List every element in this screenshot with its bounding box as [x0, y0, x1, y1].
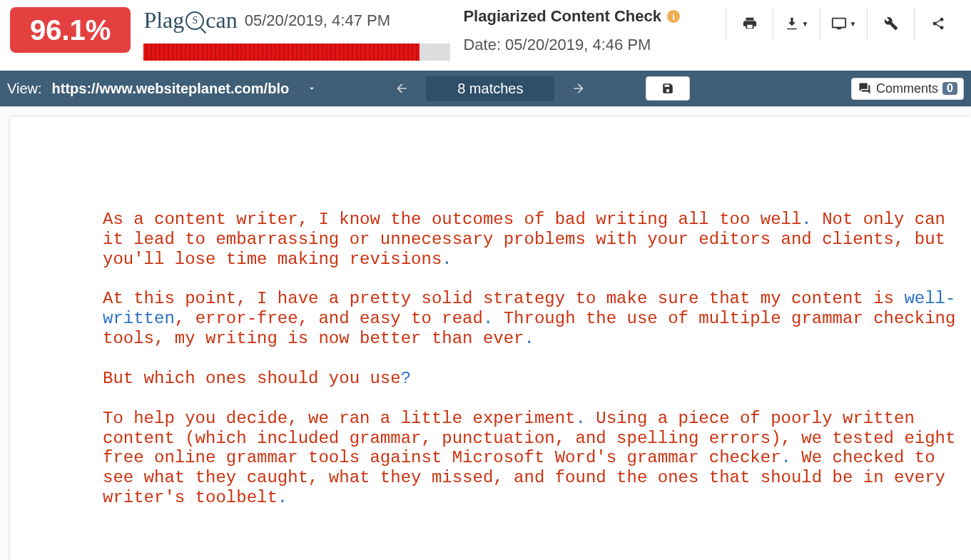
logo-progress-block: Plag S can 05/20/2019, 4:47 PM	[143, 7, 450, 61]
arrow-left-icon	[395, 81, 409, 96]
comments-count-badge: 0	[942, 82, 957, 95]
view-toolbar: View: https://www.websiteplanet.com/blo …	[0, 71, 971, 106]
comments-label: Comments	[876, 81, 938, 96]
header-row: 96.1% Plag S can 05/20/2019, 4:47 PM Pla…	[0, 0, 971, 71]
wrench-icon	[884, 16, 898, 31]
display-button[interactable]: ▼	[820, 7, 867, 40]
view-label: View:	[7, 81, 42, 97]
period: .	[801, 210, 811, 229]
paragraph-4: To help you decide, we ran a little expe…	[103, 409, 965, 508]
monitor-icon	[831, 16, 847, 31]
progress-bar	[143, 44, 450, 61]
period: .	[524, 329, 534, 348]
save-icon	[661, 82, 674, 95]
share-icon	[931, 16, 945, 31]
view-url: https://www.websiteplanet.com/blo	[52, 81, 290, 97]
icon-toolbar: ▼ ▼	[726, 7, 961, 40]
caret-down-icon: ▼	[802, 20, 809, 28]
paragraph-2: At this point, I have a pretty solid str…	[103, 289, 965, 348]
question-mark: ?	[401, 369, 411, 388]
title-block: Plagiarized Content Check i Date: 05/20/…	[463, 7, 713, 54]
header-timestamp: 05/20/2019, 4:47 PM	[245, 11, 390, 30]
comments-button[interactable]: Comments 0	[851, 78, 964, 100]
document-title: Plagiarized Content Check	[463, 7, 661, 26]
period: .	[781, 448, 791, 467]
document-page: As a content writer, I know the outcomes…	[10, 117, 971, 560]
caret-down-icon: ▼	[850, 20, 857, 28]
paragraph-1: As a content writer, I know the outcomes…	[103, 210, 965, 269]
download-icon	[785, 16, 799, 31]
next-match-button[interactable]	[564, 75, 593, 102]
document-container: As a content writer, I know the outcomes…	[0, 106, 971, 560]
print-button[interactable]	[726, 7, 773, 40]
comments-icon	[858, 82, 872, 95]
period: .	[442, 250, 452, 269]
document-date: Date: 05/20/2019, 4:46 PM	[463, 36, 713, 54]
progress-fill	[143, 44, 420, 61]
plagscan-logo: Plag S can	[143, 7, 237, 34]
magnifier-icon: S	[185, 11, 204, 30]
save-button[interactable]	[646, 76, 690, 101]
period: .	[576, 409, 586, 428]
url-dropdown-toggle[interactable]	[299, 83, 325, 93]
plagiarism-percentage: 96.1%	[10, 7, 131, 53]
info-icon[interactable]: i	[667, 10, 680, 23]
paragraph-3: But which ones should you use?	[103, 369, 965, 389]
period: .	[483, 309, 493, 328]
logo-prefix: Plag	[143, 7, 184, 34]
settings-button[interactable]	[867, 7, 914, 40]
period: .	[278, 488, 288, 507]
download-button[interactable]: ▼	[773, 7, 820, 40]
arrow-right-icon	[571, 81, 586, 96]
matches-count[interactable]: 8 matches	[426, 76, 554, 101]
chevron-down-icon	[305, 83, 319, 93]
share-button[interactable]	[914, 7, 961, 40]
prev-match-button[interactable]	[387, 75, 416, 102]
logo-suffix: can	[205, 7, 237, 34]
print-icon	[742, 16, 758, 31]
